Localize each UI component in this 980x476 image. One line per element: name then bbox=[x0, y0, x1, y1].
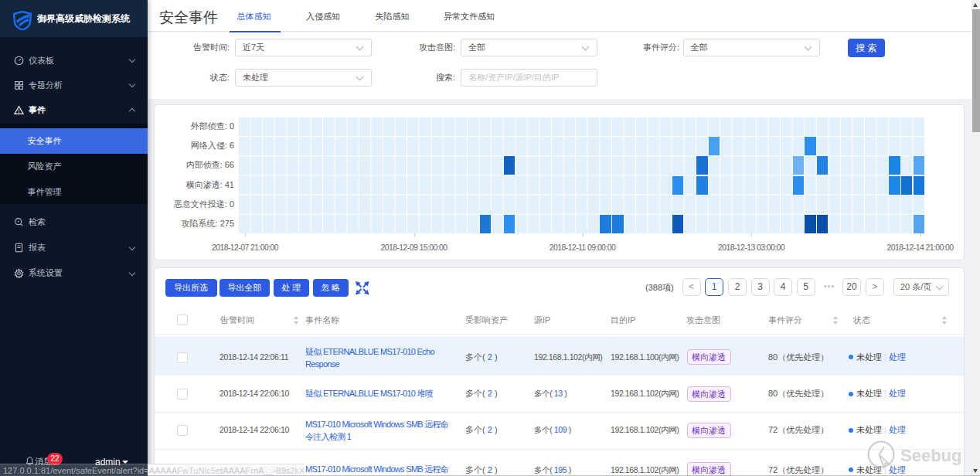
svg-text:Seebug: Seebug bbox=[900, 446, 961, 465]
